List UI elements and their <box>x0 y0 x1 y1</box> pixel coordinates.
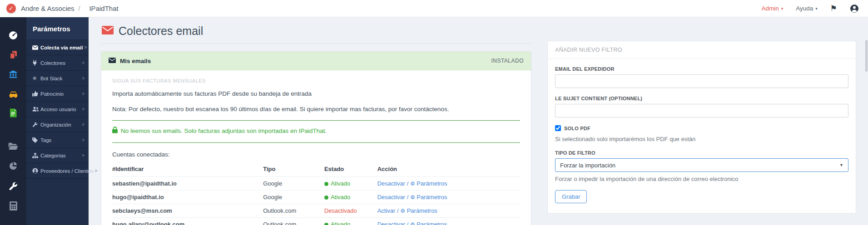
calculator-icon[interactable] <box>10 201 17 210</box>
column-header-identifier: #Identificar <box>112 163 263 177</box>
user-circle-icon <box>32 168 40 174</box>
account-identifier: sebastien@ipaidthat.io <box>112 177 263 191</box>
table-row: hugo.allary@outlook.com Outlook.com Ativ… <box>112 218 520 225</box>
caret-down-icon: ▼ <box>839 163 843 167</box>
account-params-link[interactable]: ⚙ Parámetros <box>400 207 437 214</box>
toggle-account-link[interactable]: Activar <box>377 207 396 214</box>
save-button[interactable]: Grabar <box>555 190 587 203</box>
intro-text: Importa automáticamente sus facturas PDF… <box>112 90 520 97</box>
email-expedidor-input[interactable] <box>555 74 848 88</box>
table-row: sebclaeys@msn.com Outlook.com Desactivad… <box>112 204 520 218</box>
user-avatar-icon[interactable] <box>850 4 859 13</box>
app-window: ✓ Andre & Associes / IPaidThat Admin▾ Ay… <box>0 0 868 225</box>
toggle-account-link[interactable]: Desactivar <box>377 221 405 225</box>
sidebar-item-label: Proveedores / Clientes <box>40 168 93 174</box>
chevron-right-icon: > <box>80 137 84 142</box>
ipaidthat-logo-icon[interactable]: ✓ <box>6 4 16 13</box>
help-menu[interactable]: Ayuda▾ <box>796 5 818 12</box>
status-badge: Ativado <box>324 221 350 225</box>
sidebar-item-patrocinio[interactable]: Patrocinio > <box>26 86 89 102</box>
status-dot-icon <box>324 182 328 186</box>
divider <box>112 120 520 121</box>
solo-pdf-checkbox[interactable] <box>555 125 561 131</box>
sidebar-item-label: Bot Slack <box>40 76 63 81</box>
breadcrumb-app[interactable]: IPaidThat <box>89 5 118 12</box>
invoice-file-icon[interactable] <box>10 108 17 117</box>
sidebar-item-label: Organización <box>40 122 71 127</box>
status-dot-icon <box>324 196 328 200</box>
sidebar-title: Parámetros <box>26 17 89 40</box>
topbar: ✓ Andre & Associes / IPaidThat Admin▾ Ay… <box>0 0 868 17</box>
chevron-right-icon: > <box>80 153 84 158</box>
topbar-right: Admin▾ Ayuda▾ ⚑ <box>761 4 859 13</box>
sidebar-item-colecta-via-email[interactable]: Colecta vía email > <box>26 40 89 55</box>
sidebar-item-label: Colecta vía email <box>40 45 83 50</box>
bank-icon[interactable] <box>9 70 18 78</box>
account-params-link[interactable]: ⚙ Parámetros <box>410 194 447 201</box>
mis-emails-panel: Mis emails INSTALADO SIGUA SUS FACTURAS … <box>101 51 531 225</box>
filter-type-select[interactable]: Forzar la importación ▼ <box>555 158 848 172</box>
pie-chart-icon[interactable] <box>9 161 18 171</box>
breadcrumb-company[interactable]: Andre & Associes <box>21 5 74 12</box>
account-type: Google <box>263 177 324 191</box>
table-row: hugo@ipaidthat.io Google Ativado Desacti… <box>112 191 520 204</box>
accounts-label: Cuentas conectadas: <box>112 151 520 158</box>
sujet-contient-input[interactable] <box>555 104 848 117</box>
chevron-right-icon: > <box>80 76 84 81</box>
privacy-text: No leemos sus emails. Solo facturas adju… <box>121 127 327 134</box>
sidebar-item-label: Patrocinio <box>40 91 64 97</box>
settings-sidebar: Parámetros Colecta vía email > Colectore… <box>26 17 89 225</box>
chevron-right-icon: > <box>80 107 84 112</box>
flag-icon[interactable]: ⚑ <box>830 5 837 12</box>
privacy-note: No leemos sus emails. Solo facturas adju… <box>112 127 520 135</box>
breadcrumb-separator: / <box>79 5 80 12</box>
account-params-link[interactable]: ⚙ Parámetros <box>410 180 447 187</box>
account-params-link[interactable]: ⚙ Parámetros <box>410 221 447 225</box>
note-text: Nota: Por defecto, nuestro bot escanea l… <box>112 106 520 112</box>
tipo-filtro-label: TIPO DE FILTRO <box>555 150 848 156</box>
gear-icon: ⚙ <box>410 181 415 187</box>
chevron-right-icon: > <box>80 122 84 127</box>
filter-card-title: AÑADIR NUEVO FILTRO <box>548 41 856 59</box>
action-separator: / <box>407 180 409 187</box>
filter-type-value: Forzar la importación <box>560 162 615 169</box>
sidebar-item-categorias[interactable]: Categorias > <box>26 148 89 163</box>
action-separator: / <box>407 221 409 225</box>
documents-icon[interactable] <box>9 50 18 59</box>
toggle-account-link[interactable]: Desactivar <box>377 180 405 187</box>
caret-down-icon: ▾ <box>781 6 784 11</box>
sidebar-item-label: Acceso usuario <box>40 107 76 112</box>
status-dot-icon <box>324 223 328 225</box>
folder-icon[interactable] <box>8 142 18 150</box>
account-type: Outlook.com <box>263 204 324 218</box>
connected-accounts-table: #Identificar Tipo Estado Acción sebastie… <box>112 163 520 225</box>
chevron-right-icon: > <box>80 60 84 65</box>
divider <box>112 142 520 143</box>
column-header-estado: Estado <box>324 163 377 177</box>
wrench-icon[interactable] <box>9 182 18 191</box>
sidebar-item-proveedores-clientes[interactable]: Proveedores / Clientes > <box>26 163 89 179</box>
panel-header: Mis emails INSTALADO <box>101 52 531 70</box>
scrollbar-thumb[interactable] <box>865 40 868 72</box>
panel-title: Mis emails <box>120 58 151 64</box>
account-identifier: hugo@ipaidthat.io <box>112 191 263 204</box>
column-header-accion: Acción <box>377 163 520 177</box>
action-separator: / <box>407 194 409 201</box>
icon-rail <box>0 17 26 225</box>
column-header-tipo: Tipo <box>263 163 324 177</box>
sitemap-icon <box>32 153 40 158</box>
sidebar-item-colectores[interactable]: Colectores > <box>26 55 89 71</box>
sidebar-item-tags[interactable]: Tags > <box>26 132 89 148</box>
toggle-account-link[interactable]: Desactivar <box>377 194 405 201</box>
dashboard-gauge-icon[interactable] <box>9 31 18 40</box>
envelope-icon <box>109 57 116 65</box>
status-badge: Desactivado <box>324 207 357 214</box>
installed-badge: INSTALADO <box>491 58 524 64</box>
sidebar-item-acceso-usuario[interactable]: Acceso usuario > <box>26 102 89 117</box>
account-identifier: sebclaeys@msn.com <box>112 204 263 218</box>
sidebar-item-organizacion[interactable]: Organización > <box>26 117 89 132</box>
sidebar-item-bot-slack[interactable]: ✳ Bot Slack > <box>26 71 89 86</box>
taxi-icon[interactable] <box>9 90 18 98</box>
filter-type-help: Forzar o impedir la importación de una d… <box>555 176 848 182</box>
admin-menu[interactable]: Admin▾ <box>761 5 783 12</box>
